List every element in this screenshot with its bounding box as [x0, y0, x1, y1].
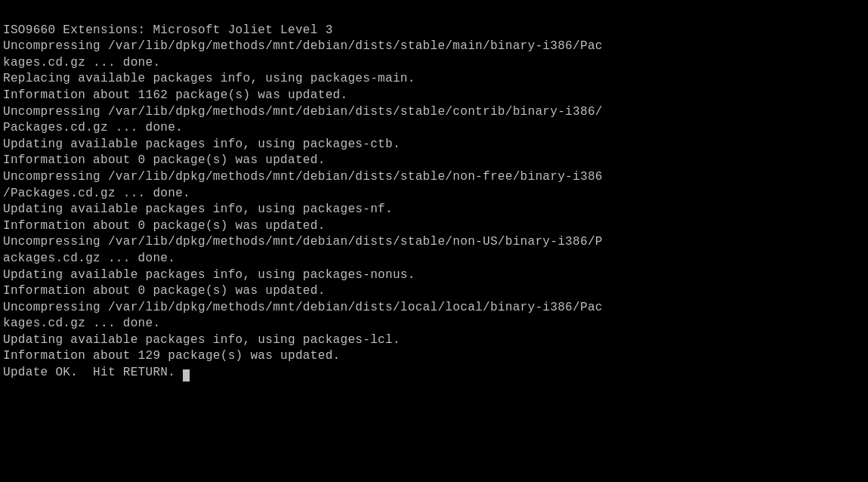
terminal-line: ISO9660 Extensions: Microsoft Joliet Lev… [3, 23, 865, 39]
terminal-line: Information about 129 package(s) was upd… [3, 348, 865, 365]
terminal-line: Uncompressing /var/lib/dpkg/methods/mnt/… [3, 300, 865, 317]
terminal-line: Information about 0 package(s) was updat… [3, 283, 865, 300]
terminal-line: ackages.cd.gz ... done. [3, 251, 865, 267]
terminal-line: Information about 0 package(s) was updat… [3, 153, 865, 169]
terminal-line: Uncompressing /var/lib/dpkg/methods/mnt/… [3, 234, 865, 251]
terminal-line: Packages.cd.gz ... done. [3, 120, 865, 137]
terminal-cursor [183, 369, 190, 382]
terminal-line: Information about 0 package(s) was updat… [3, 218, 865, 235]
terminal-line: Updating available packages info, using … [3, 332, 865, 349]
terminal-line: Uncompressing /var/lib/dpkg/methods/mnt/… [3, 169, 865, 186]
terminal-line: /Packages.cd.gz ... done. [3, 186, 865, 202]
terminal-line: Update OK. Hit RETURN. [3, 365, 865, 382]
terminal-line: Updating available packages info, using … [3, 137, 865, 153]
terminal-line: Updating available packages info, using … [3, 202, 865, 218]
terminal-line: Uncompressing /var/lib/dpkg/methods/mnt/… [3, 104, 865, 121]
terminal-line: kages.cd.gz ... done. [3, 55, 865, 72]
terminal-line: kages.cd.gz ... done. [3, 316, 865, 332]
terminal-line: Updating available packages info, using … [3, 267, 865, 284]
terminal-line [3, 6, 865, 23]
terminal-line: Replacing available packages info, using… [3, 71, 865, 88]
terminal-window: ISO9660 Extensions: Microsoft Joliet Lev… [0, 0, 868, 482]
terminal-line: Uncompressing /var/lib/dpkg/methods/mnt/… [3, 39, 865, 55]
terminal-line: Information about 1162 package(s) was up… [3, 88, 865, 104]
